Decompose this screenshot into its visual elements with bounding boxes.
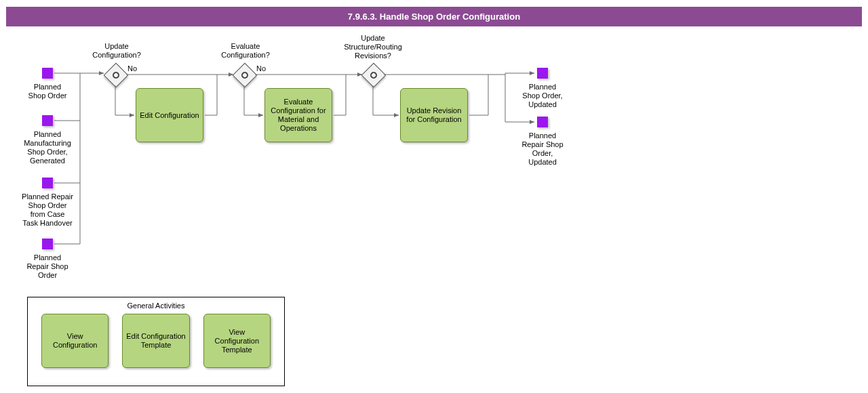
gateway-label-1: Update Configuration? bbox=[85, 42, 148, 60]
task-update-revision[interactable]: Update Revision for Configuration bbox=[400, 88, 468, 142]
end-event-planned-shop-order-updated bbox=[537, 68, 548, 79]
general-task-label-3: View Configuration Template bbox=[207, 328, 267, 354]
start-event-label-1: Planned Shop Order bbox=[15, 83, 80, 100]
gateway-label-3: Update Structure/Routing Revisions? bbox=[339, 34, 407, 60]
gateway-update-configuration bbox=[104, 63, 129, 88]
start-event-planned-mfg-shop-order bbox=[42, 115, 53, 126]
end-event-label-2: Planned Repair Shop Order, Updated bbox=[510, 131, 575, 167]
task-label-2: Evaluate Configuration for Material and … bbox=[268, 98, 329, 133]
task-label-3: Update Revision for Configuration bbox=[403, 106, 465, 124]
gateway-label-2: Evaluate Configuration? bbox=[214, 42, 277, 60]
start-event-label-3: Planned Repair Shop Order from Case Task… bbox=[15, 192, 80, 228]
diagram-title: 7.9.6.3. Handle Shop Order Configuration bbox=[348, 12, 520, 22]
general-task-label-2: Edit Configuration Template bbox=[125, 332, 186, 350]
end-event-planned-repair-shop-order-updated bbox=[537, 117, 548, 127]
gateway-update-revisions bbox=[361, 63, 387, 88]
diagram-canvas: 7.9.6.3. Handle Shop Order Configuration… bbox=[0, 0, 868, 393]
no-label-2: No bbox=[256, 64, 266, 73]
start-event-planned-repair-from-case bbox=[42, 178, 53, 188]
gateway-evaluate-configuration bbox=[233, 63, 258, 88]
general-activities-container: General Activities View Configuration Ed… bbox=[27, 297, 285, 386]
task-edit-configuration-template[interactable]: Edit Configuration Template bbox=[122, 314, 189, 368]
general-activities-title: General Activities bbox=[28, 297, 284, 311]
general-task-label-1: View Configuration bbox=[45, 332, 105, 350]
start-event-planned-shop-order bbox=[42, 68, 53, 79]
start-event-planned-repair-shop-order bbox=[42, 239, 53, 249]
start-event-label-2: Planned Manufacturing Shop Order, Genera… bbox=[15, 130, 80, 165]
diagram-title-bar: 7.9.6.3. Handle Shop Order Configuration bbox=[6, 7, 862, 26]
task-label-1: Edit Configuration bbox=[140, 111, 199, 120]
task-view-configuration-template[interactable]: View Configuration Template bbox=[203, 314, 271, 368]
task-edit-configuration[interactable]: Edit Configuration bbox=[136, 88, 203, 142]
end-event-label-1: Planned Shop Order, Updated bbox=[510, 83, 575, 109]
no-label-1: No bbox=[127, 64, 137, 73]
task-evaluate-configuration[interactable]: Evaluate Configuration for Material and … bbox=[264, 88, 332, 142]
start-event-label-4: Planned Repair Shop Order bbox=[15, 253, 80, 280]
task-view-configuration[interactable]: View Configuration bbox=[41, 314, 108, 368]
